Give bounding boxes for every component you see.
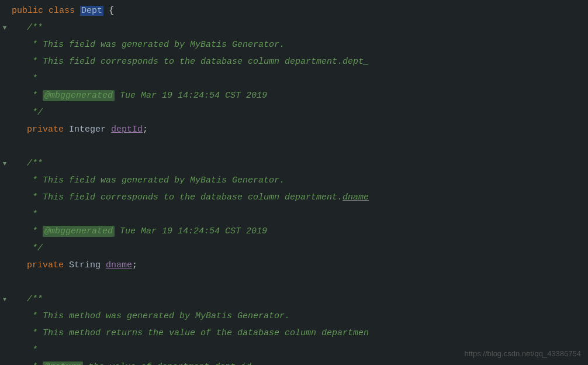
line-content-8: private Integer deptId; xyxy=(9,122,588,137)
comment-close-2: */ xyxy=(27,243,43,253)
line-content-19: * This method was generated by MyBatis G… xyxy=(9,308,588,324)
comment-method-returns: * This method returns the value of the d… xyxy=(27,328,369,338)
line-content-18: /** xyxy=(9,291,588,307)
comment-star-1: * xyxy=(27,74,37,84)
keyword-private-2: private xyxy=(27,260,69,270)
code-line-2: ▼ /** xyxy=(0,19,588,36)
code-line-18: ▼ /** xyxy=(0,291,588,308)
code-block: public class Dept { ▼ /** * This field w… xyxy=(0,0,588,365)
annotation-mbggenerated-1: @mbggenerated xyxy=(43,90,115,101)
fold-icon-2[interactable]: ▼ xyxy=(0,160,9,167)
line-content-12: * This field corresponds to the database… xyxy=(9,190,588,205)
semicolon-2: ; xyxy=(132,260,137,270)
type-integer-1: Integer xyxy=(69,125,111,135)
code-line-13: * xyxy=(0,206,588,223)
annotation-mbggenerated-2: @mbggenerated xyxy=(43,226,115,237)
line-content-11: * This field was generated by MyBatis Ge… xyxy=(9,173,588,188)
line-content-22: * @return the value of department.dept_i… xyxy=(9,359,588,365)
comment-field-corresponds-1: * This field corresponds to the database… xyxy=(27,57,369,67)
annotation-date-1: Tue Mar 19 14:24:54 CST 2019 xyxy=(115,91,267,101)
comment-open-2: /** xyxy=(27,159,43,168)
comment-field-generated-2: * This field was generated by MyBatis Ge… xyxy=(27,175,285,185)
code-line-8: private Integer deptId; xyxy=(0,121,588,138)
code-line-14: * @mbggenerated Tue Mar 19 14:24:54 CST … xyxy=(0,223,588,240)
code-line-1: public class Dept { xyxy=(0,2,588,19)
code-line-9 xyxy=(0,138,588,155)
return-text: the value of department.dept_id xyxy=(83,362,251,365)
comment-star-3: * xyxy=(27,345,37,355)
line-content-3: * This field was generated by MyBatis Ge… xyxy=(9,37,588,53)
code-line-5: * xyxy=(0,70,588,87)
code-line-12: * This field corresponds to the database… xyxy=(0,189,588,206)
fold-icon-1[interactable]: ▼ xyxy=(0,25,9,32)
code-editor: public class Dept { ▼ /** * This field w… xyxy=(0,0,588,365)
line-content-4: * This field corresponds to the database… xyxy=(9,54,588,70)
annotation-date-2: Tue Mar 19 14:24:54 CST 2019 xyxy=(115,226,267,236)
line-content-6: * @mbggenerated Tue Mar 19 14:24:54 CST … xyxy=(9,88,588,104)
comment-open-1: /** xyxy=(27,23,43,33)
line-content-5: * xyxy=(9,71,588,87)
code-line-10: ▼ /** xyxy=(0,155,588,172)
comment-star-2: * xyxy=(27,209,37,219)
semicolon-1: ; xyxy=(143,125,148,135)
line-content-2: /** xyxy=(9,20,588,36)
comment-pre-2: * xyxy=(27,226,43,236)
code-line-19: * This method was generated by MyBatis G… xyxy=(0,308,588,325)
comment-pre-1: * xyxy=(27,91,43,101)
comment-method-generated: * This method was generated by MyBatis G… xyxy=(27,311,290,321)
line-content-10: /** xyxy=(9,156,588,171)
code-line-7: */ xyxy=(0,104,588,121)
code-line-16: private String dname; xyxy=(0,257,588,274)
line-content-7: */ xyxy=(9,105,588,120)
comment-close-1: */ xyxy=(27,108,43,118)
line-content-17 xyxy=(9,274,588,290)
code-line-6: * @mbggenerated Tue Mar 19 14:24:54 CST … xyxy=(0,87,588,104)
comment-open-3: /** xyxy=(27,294,43,304)
annotation-return: @return xyxy=(43,361,83,365)
line-content-9 xyxy=(9,139,588,154)
code-line-22: * @return the value of department.dept_i… xyxy=(0,359,588,365)
keyword-class: class xyxy=(49,6,80,16)
code-line-15: */ xyxy=(0,240,588,257)
line-content-1: public class Dept { xyxy=(9,3,588,19)
line-content-13: * xyxy=(9,206,588,222)
code-line-3: * This field was generated by MyBatis Ge… xyxy=(0,36,588,53)
line-content-14: * @mbggenerated Tue Mar 19 14:24:54 CST … xyxy=(9,223,588,239)
field-dname: dname xyxy=(106,260,132,270)
comment-field-corresponds-2: * This field corresponds to the database… xyxy=(27,192,369,202)
type-string-1: String xyxy=(69,260,106,270)
keyword-public: public xyxy=(12,6,49,16)
code-line-4: * This field corresponds to the database… xyxy=(0,53,588,70)
comment-pre-3: * xyxy=(27,362,43,365)
brace-open: { xyxy=(103,6,114,16)
line-content-20: * This method returns the value of the d… xyxy=(9,325,588,341)
field-deptid: deptId xyxy=(111,125,143,135)
class-name-dept: Dept xyxy=(80,6,103,16)
comment-field-generated-1: * This field was generated by MyBatis Ge… xyxy=(27,40,285,50)
fold-icon-3[interactable]: ▼ xyxy=(0,296,9,303)
line-content-15: */ xyxy=(9,240,588,256)
code-line-20: * This method returns the value of the d… xyxy=(0,325,588,342)
keyword-private-1: private xyxy=(27,125,69,135)
line-content-16: private String dname; xyxy=(9,257,588,273)
code-line-11: * This field was generated by MyBatis Ge… xyxy=(0,172,588,189)
code-line-17 xyxy=(0,274,588,291)
watermark: https://blog.csdn.net/qq_43386754 xyxy=(465,349,582,358)
